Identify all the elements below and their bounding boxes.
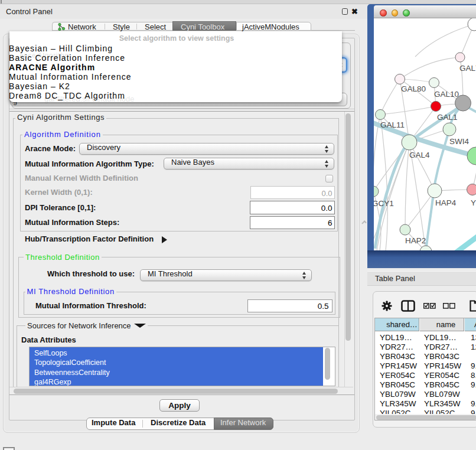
- svg-text:GAL1: GAL1: [437, 113, 458, 122]
- svg-text:GAL4: GAL4: [409, 151, 430, 159]
- svg-text:GCY1: GCY1: [374, 199, 394, 208]
- svg-text:GAL80: GAL80: [401, 84, 426, 93]
- svg-text:GAL11: GAL11: [380, 120, 405, 129]
- svg-text:HAP4: HAP4: [435, 198, 457, 207]
- svg-text:SWI4: SWI4: [449, 137, 469, 146]
- svg-text:HAP2: HAP2: [405, 236, 426, 245]
- svg-text:GAL7: GAL7: [459, 64, 476, 73]
- svg-text:Y: Y: [471, 198, 476, 207]
- svg-text:GAL10: GAL10: [434, 90, 459, 99]
